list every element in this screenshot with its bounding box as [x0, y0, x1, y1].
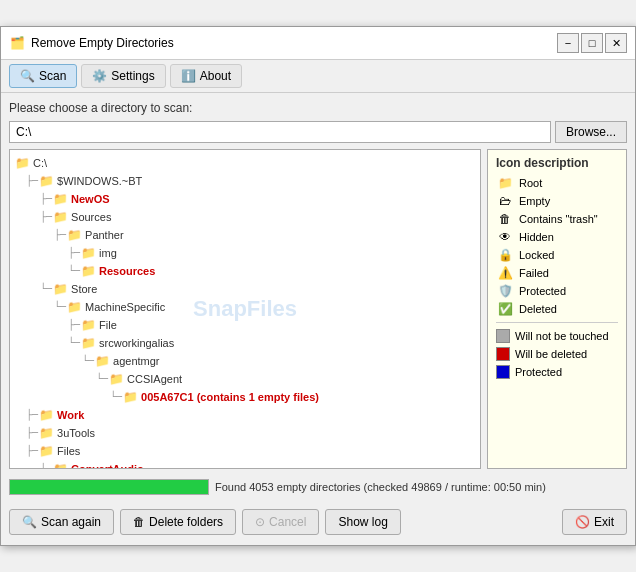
folder-icon: 📁: [67, 299, 82, 315]
settings-icon: ⚙️: [92, 69, 107, 83]
protected-icon: 🛡️: [496, 284, 514, 298]
browse-button[interactable]: Browse...: [555, 121, 627, 143]
tree-label: 005A67C1 (contains 1 empty files): [141, 389, 319, 405]
tree-item[interactable]: ├─ 📁 img: [12, 244, 478, 262]
folder-icon: 📁: [67, 227, 82, 243]
icon-desc-divider: [496, 322, 618, 323]
tree-connector: └─: [68, 263, 80, 279]
directory-input[interactable]: [9, 121, 551, 143]
tree-item[interactable]: ├─ 📁 File: [12, 316, 478, 334]
tree-label: CCSIAgent: [127, 371, 182, 387]
folder-icon: 📁: [39, 425, 54, 441]
icon-row-deleted: ✅ Deleted: [496, 302, 618, 316]
scan-again-button[interactable]: 🔍 Scan again: [9, 509, 114, 535]
folder-icon: 📁: [123, 389, 138, 405]
failed-icon: ⚠️: [496, 266, 514, 280]
icon-row-protected: 🛡️ Protected: [496, 284, 618, 298]
tree-item[interactable]: └─ 📁 Store: [12, 280, 478, 298]
locked-label: Locked: [519, 249, 554, 261]
legend-color-blue: [496, 365, 510, 379]
scan-button[interactable]: 🔍 Scan: [9, 64, 77, 88]
tree-label: img: [99, 245, 117, 261]
tree-connector: └─: [96, 371, 108, 387]
tree-connector: ├─: [54, 227, 66, 243]
tree-item[interactable]: ├─ 📁 ConvertAudio: [12, 460, 478, 469]
main-panel: SnapFiles 📁 C:\ ├─ 📁 $WINDOWS.~BT ├─ 📁 N…: [9, 149, 627, 469]
tree-label: C:\: [33, 155, 47, 171]
icon-row-hidden: 👁 Hidden: [496, 230, 618, 244]
trash-icon: 🗑: [496, 212, 514, 226]
trash-label: Contains "trash": [519, 213, 598, 225]
tree-item[interactable]: ├─ 📁 Work: [12, 406, 478, 424]
window-icon: 🗂️: [9, 35, 25, 51]
tree-item[interactable]: └─ 📁 005A67C1 (contains 1 empty files): [12, 388, 478, 406]
tree-item[interactable]: ├─ 📁 3uTools: [12, 424, 478, 442]
delete-folders-button[interactable]: 🗑 Delete folders: [120, 509, 236, 535]
folder-icon: 📁: [53, 191, 68, 207]
cancel-button[interactable]: ⊙ Cancel: [242, 509, 319, 535]
main-window: 🗂️ Remove Empty Directories − □ ✕ 🔍 Scan…: [0, 26, 636, 546]
tree-connector: ├─: [40, 191, 52, 207]
settings-button[interactable]: ⚙️ Settings: [81, 64, 165, 88]
tree-item[interactable]: ├─ 📁 $WINDOWS.~BT: [12, 172, 478, 190]
progress-bar-fill: [10, 480, 208, 494]
empty-icon: 🗁: [496, 194, 514, 208]
legend-label-gray: Will not be touched: [515, 330, 609, 342]
tree-label: Work: [57, 407, 84, 423]
tree-panel[interactable]: SnapFiles 📁 C:\ ├─ 📁 $WINDOWS.~BT ├─ 📁 N…: [9, 149, 481, 469]
legend-label-red: Will be deleted: [515, 348, 587, 360]
tree-connector: └─: [54, 299, 66, 315]
folder-icon: 📁: [81, 245, 96, 261]
bottom-buttons: 🔍 Scan again 🗑 Delete folders ⊙ Cancel S…: [9, 505, 627, 537]
about-button[interactable]: ℹ️ About: [170, 64, 242, 88]
progress-text: Found 4053 empty directories (checked 49…: [215, 481, 546, 493]
exit-button[interactable]: 🚫 Exit: [562, 509, 627, 535]
scan-icon: 🔍: [20, 69, 35, 83]
folder-icon: 📁: [81, 317, 96, 333]
tree-label: Sources: [71, 209, 111, 225]
tree-item[interactable]: 📁 C:\: [12, 154, 478, 172]
tree-label: Store: [71, 281, 97, 297]
close-button[interactable]: ✕: [605, 33, 627, 53]
tree-item[interactable]: ├─ 📁 Files: [12, 442, 478, 460]
hidden-label: Hidden: [519, 231, 554, 243]
minimize-button[interactable]: −: [557, 33, 579, 53]
tree-item[interactable]: └─ 📁 srcworkingalias: [12, 334, 478, 352]
tree-item[interactable]: └─ 📁 Resources: [12, 262, 478, 280]
tree-item[interactable]: └─ 📁 CCSIAgent: [12, 370, 478, 388]
tree-connector: └─: [82, 353, 94, 369]
locked-icon: 🔒: [496, 248, 514, 262]
tree-connector: ├─: [40, 209, 52, 225]
folder-icon: 📁: [15, 155, 30, 171]
tree-item[interactable]: ├─ 📁 NewOS: [12, 190, 478, 208]
tree-connector: ├─: [26, 425, 38, 441]
directory-input-row: Browse...: [9, 121, 627, 143]
tree-item[interactable]: └─ 📁 agentmgr: [12, 352, 478, 370]
legend-row-red: Will be deleted: [496, 347, 618, 361]
tree-item[interactable]: ├─ 📁 Sources: [12, 208, 478, 226]
icon-desc-title: Icon description: [496, 156, 618, 170]
tree-item[interactable]: └─ 📁 MachineSpecific: [12, 298, 478, 316]
tree-connector: ├─: [26, 443, 38, 459]
failed-label: Failed: [519, 267, 549, 279]
legend-color-gray: [496, 329, 510, 343]
tree-connector: ├─: [40, 461, 52, 469]
tree-connector: ├─: [26, 407, 38, 423]
root-icon: 📁: [496, 176, 514, 190]
tree-label: MachineSpecific: [85, 299, 165, 315]
legend-color-red: [496, 347, 510, 361]
scan-again-icon: 🔍: [22, 515, 37, 529]
icon-row-empty: 🗁 Empty: [496, 194, 618, 208]
icon-row-failed: ⚠️ Failed: [496, 266, 618, 280]
show-log-button[interactable]: Show log: [325, 509, 400, 535]
tree-label: Files: [57, 443, 80, 459]
icon-row-trash: 🗑 Contains "trash": [496, 212, 618, 226]
tree-label: $WINDOWS.~BT: [57, 173, 142, 189]
maximize-button[interactable]: □: [581, 33, 603, 53]
tree-label: Panther: [85, 227, 124, 243]
tree-item[interactable]: ├─ 📁 Panther: [12, 226, 478, 244]
delete-icon: 🗑: [133, 515, 145, 529]
tree-connector: └─: [68, 335, 80, 351]
root-label: Root: [519, 177, 542, 189]
tree-label: File: [99, 317, 117, 333]
